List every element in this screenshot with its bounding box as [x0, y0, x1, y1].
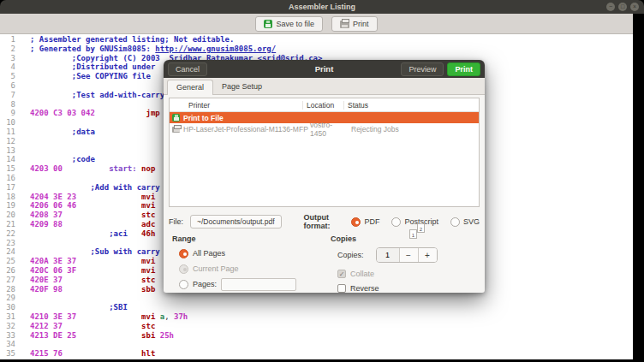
line-number: 21	[0, 220, 15, 229]
code-text: ;SBI	[30, 303, 128, 312]
radio-icon	[179, 264, 188, 274]
line-number: 29	[0, 294, 15, 303]
collate-label: Collate	[350, 270, 374, 278]
tab-general[interactable]: General	[167, 80, 213, 95]
line-number: 3	[0, 54, 15, 63]
code-text: ;Add with carry	[30, 183, 160, 193]
file-row: File: ~/Documents/output.pdf Output form…	[169, 213, 480, 230]
code-text: ;See COPYING file	[30, 72, 151, 81]
file-label: File:	[169, 217, 183, 226]
pages-entry[interactable]	[221, 278, 296, 291]
print-label: Print	[353, 20, 369, 28]
titlebar: Assembler Listing − □ ×	[0, 0, 644, 14]
line-number: 16	[0, 174, 15, 183]
range-option-current-page[interactable]: Current Page	[179, 263, 326, 275]
print-button[interactable]: Print	[331, 16, 378, 32]
printer-status: Rejecting Jobs	[348, 125, 479, 134]
printer-name: Print to File	[183, 114, 224, 122]
line-number: 10	[0, 118, 15, 128]
preview-button[interactable]: Preview	[401, 62, 444, 76]
column-printer[interactable]: Printer	[170, 101, 303, 110]
line-number: 18	[0, 193, 15, 202]
line-number: 20	[0, 211, 15, 220]
save-to-file-label: Save to file	[276, 20, 314, 28]
line-number: 31	[0, 312, 15, 322]
printer-icon	[172, 127, 180, 133]
file-chooser-button[interactable]: ~/Documents/output.pdf	[190, 215, 282, 228]
maximize-icon[interactable]: □	[618, 3, 627, 11]
print-dialog: Cancel Print Preview Print General Page …	[164, 60, 485, 293]
cancel-button[interactable]: Cancel	[168, 62, 207, 76]
code-text: 420A 3E 37 mvi	[30, 257, 155, 266]
line-number: 9	[0, 109, 15, 118]
dialog-headerbar: Cancel Print Preview Print	[164, 60, 485, 78]
toolbar: Save to file Print	[0, 14, 633, 34]
copies-spinner: − +	[376, 247, 438, 263]
line-number: 24	[0, 247, 15, 257]
column-location[interactable]: Location	[303, 101, 344, 110]
window-title: Assembler Listing	[289, 3, 355, 11]
line-number: 22	[0, 229, 15, 239]
radio-icon	[179, 249, 188, 258]
format-label: PDF	[364, 217, 379, 226]
copies-decrement-button[interactable]: −	[399, 248, 418, 262]
printer-list-header: Printer Location Status	[170, 98, 479, 112]
line-number: 34	[0, 340, 15, 349]
format-radio-pdf[interactable]: PDF	[351, 217, 379, 227]
reverse-row: Reverse	[337, 282, 478, 294]
printer-rows: Print to FileHP-LaserJet-Professional-M1…	[170, 112, 479, 134]
line-number: 13	[0, 146, 15, 156]
code-text: ;Sub with carry	[30, 247, 160, 257]
code-text: 4212 37 stc	[30, 322, 155, 331]
line-number: 23	[0, 239, 15, 248]
line-number: 17	[0, 183, 15, 193]
print-confirm-button[interactable]: Print	[447, 62, 480, 76]
line-number: 19	[0, 201, 15, 211]
code-text: 4204 3E 23 mvi	[30, 193, 155, 202]
code-text: 4215 76 hlt	[30, 349, 155, 359]
code-text: 4210 3E 37 mvi a, 37h	[30, 312, 188, 322]
range-option-label: Current Page	[193, 264, 239, 273]
collate-row: ✓ Collate	[337, 268, 478, 279]
copies-increment-button[interactable]: +	[418, 248, 437, 262]
line-number: 2	[0, 45, 15, 54]
line-number: 27	[0, 276, 15, 285]
range-option-pages[interactable]: Pages:	[179, 278, 326, 290]
code-text: ;data	[30, 128, 95, 137]
format-radio-svg[interactable]: SVG	[450, 217, 480, 227]
copies-input[interactable]	[377, 248, 399, 262]
minimize-icon[interactable]: −	[606, 3, 615, 11]
code-text: ;Test add-with-carry	[30, 91, 164, 100]
dialog-content: Printer Location Status Print to FileHP-…	[164, 95, 485, 293]
line-number: 8	[0, 100, 15, 110]
range-option-all-pages[interactable]: All Pages	[179, 247, 326, 259]
printer-name: HP-LaserJet-Professional-M1136-MFP	[183, 125, 308, 134]
code-text: 4208 37 stc	[30, 211, 155, 220]
code-text: 4206 06 46 mvi	[30, 201, 155, 211]
printer-row[interactable]: HP-LaserJet-Professional-M1136-MFPvostro…	[170, 123, 479, 134]
close-icon[interactable]: ×	[630, 3, 639, 11]
dialog-tabbar: General Page Setup	[164, 78, 485, 95]
tab-page-setup[interactable]: Page Setup	[213, 80, 271, 94]
range-options: All PagesCurrent PagePages:	[172, 247, 326, 290]
line-number: 32	[0, 322, 15, 331]
code-text: 4203 00 start: nop	[30, 164, 155, 174]
copies-title: Copies	[331, 234, 478, 243]
output-format-label: Output format:	[304, 213, 340, 230]
line-number: 15	[0, 164, 15, 174]
radio-icon	[179, 280, 188, 289]
code-text: ; Assembler generated listing; Not edita…	[30, 35, 234, 45]
listing-line: 324212 37 stc	[0, 322, 633, 331]
line-number: 35	[0, 349, 15, 359]
copies-section: Copies Copies: − + ✓ Collate Reverse	[331, 234, 478, 297]
reverse-checkbox[interactable]	[337, 284, 346, 293]
collate-checkbox[interactable]: ✓	[337, 270, 346, 278]
code-text: 4200 C3 03 042 jmp	[30, 109, 160, 118]
line-number: 28	[0, 285, 15, 294]
collate-preview-icon: 2 1	[409, 223, 425, 239]
column-status[interactable]: Status	[344, 101, 479, 110]
code-text: ;aci 46h	[30, 229, 155, 239]
listing-line: 36	[0, 359, 633, 359]
save-to-file-button[interactable]: Save to file	[255, 16, 323, 32]
listing-line: 334213 DE 25 sbi 25h	[0, 331, 633, 341]
